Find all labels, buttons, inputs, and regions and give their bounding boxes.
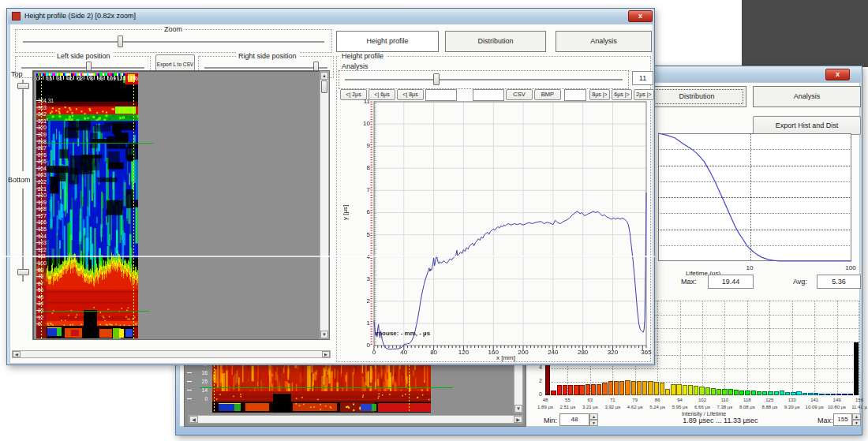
front-hscroll-right-icon[interactable]: ▶ xyxy=(322,351,330,357)
min-spin-down-icon[interactable]: ▼ xyxy=(589,420,598,426)
back-vscroll-down-icon[interactable]: ▼ xyxy=(514,405,522,413)
histogram-bar xyxy=(751,391,756,395)
zoom-slider[interactable] xyxy=(23,41,324,43)
min-spin-up-icon[interactable]: ▲ xyxy=(589,413,598,420)
histogram-intensity-tick: 79 xyxy=(624,398,646,402)
histogram-bar xyxy=(591,384,596,395)
heatmap-vscroll-up-icon[interactable]: ▲ xyxy=(320,72,328,80)
histogram-bar xyxy=(688,385,693,395)
bottom-slider[interactable] xyxy=(22,189,24,282)
histogram-bar xyxy=(586,384,590,395)
y-tick-label: 1 xyxy=(354,320,370,327)
back-hscroll-left-icon[interactable]: ◀ xyxy=(189,416,198,423)
heatmap-canvas[interactable] xyxy=(36,73,138,338)
max2-spinner[interactable]: ▲ ▼ xyxy=(852,413,861,426)
heatmap-left-tick-label: 210 xyxy=(38,192,47,198)
histogram-lifetime-tick: 11.41 µ xyxy=(847,405,868,409)
tab-distribution-back[interactable]: Distribution xyxy=(647,86,746,107)
histogram-bar xyxy=(579,385,584,395)
top-slider[interactable] xyxy=(22,80,24,171)
histogram-bar xyxy=(831,394,836,395)
max2-spinbox[interactable]: 155 xyxy=(833,413,852,426)
histogram-intensity-tick: 156 xyxy=(848,398,868,402)
x-tick-label: 40 xyxy=(392,349,416,356)
avg-value-box[interactable]: 5.36 xyxy=(817,275,861,289)
heatmap-left-tick-label: 144 xyxy=(38,234,47,239)
histogram-bar xyxy=(568,385,573,395)
heatmap-left-tick-label: 45 xyxy=(38,294,43,300)
min-spinbox[interactable]: 48 xyxy=(559,413,589,426)
x-tick-label: 160 xyxy=(481,349,505,356)
back-heatmap-tick-label: 36 xyxy=(193,370,208,376)
heatmap-left-tick-label: 221 xyxy=(38,186,47,192)
heatmap-left-tick-label: 89 xyxy=(38,267,43,273)
histogram-intensity-tick: 118 xyxy=(736,398,758,402)
heatmap-left-tick-label: 265 xyxy=(38,159,47,164)
heatmap-top-tick-label: 31 xyxy=(57,76,62,81)
y-tick-label: 7 xyxy=(354,186,370,193)
analysis-slider-thumb[interactable] xyxy=(433,73,440,85)
lifetime-distribution-curve xyxy=(658,133,851,262)
max2-spin-down-icon[interactable]: ▼ xyxy=(852,420,861,426)
back-hscroll-right-icon[interactable]: ▶ xyxy=(514,416,522,423)
front-close-button[interactable]: x xyxy=(628,10,653,22)
analysis-slider[interactable] xyxy=(345,79,623,80)
heatmap-top-tick-label: 46 xyxy=(67,76,73,81)
heatmap-vscroll-down-icon[interactable]: ▼ xyxy=(320,331,328,338)
histogram-bar xyxy=(574,385,578,395)
histogram-bar xyxy=(842,394,847,395)
export-hist-dist-button[interactable]: Export Hist and Dist xyxy=(753,116,861,135)
histogram-lifetime-tick: 9.39 µs xyxy=(780,405,805,409)
histogram-intensity-tick: 71 xyxy=(601,398,623,402)
back-heatmap-tick xyxy=(187,390,192,391)
max-value-box[interactable]: 19.44 xyxy=(708,275,754,289)
heatmap-left-tick-label: 100 xyxy=(38,260,47,266)
front-hscrollbar[interactable]: ◀ ▶ xyxy=(12,350,331,358)
front-window-title: Height profile (Side 2) [0.82x zoom] xyxy=(24,12,136,20)
tab-analysis-back[interactable]: Analysis xyxy=(753,86,861,107)
bottom-slider-thumb[interactable] xyxy=(17,269,29,275)
tab-height-profile[interactable]: Height profile xyxy=(336,31,439,52)
histogram-lifetime-tick: 5.24 µs xyxy=(645,405,670,409)
back-heatmap-tick xyxy=(187,398,192,399)
zoom-slider-thumb[interactable] xyxy=(118,36,123,47)
heatmap-left-tick-label: 56 xyxy=(38,287,43,293)
histogram-xlabel: Intensity / Lifetime xyxy=(653,411,755,417)
min-spinner[interactable]: ▲ ▼ xyxy=(589,413,598,426)
histogram-bar xyxy=(614,381,619,396)
histogram-intensity-tick: 125 xyxy=(758,398,780,402)
height-profile-chart[interactable] xyxy=(366,95,655,359)
histogram-bar xyxy=(563,385,567,395)
heatmap-vscroll-thumb[interactable] xyxy=(321,80,327,93)
histogram-bar xyxy=(762,391,767,395)
right-position-slider[interactable] xyxy=(204,67,327,69)
lifetime-xtick-100: 100 xyxy=(839,264,862,271)
histogram-bar xyxy=(597,384,601,395)
heatmap-top-tick-label: 156 xyxy=(129,76,138,81)
heatmap-left-tick-label: 166 xyxy=(38,219,47,225)
heatmap-vscrollbar[interactable]: ▲ ▼ xyxy=(320,71,329,339)
histogram-lifetime-tick: 10.80 µs xyxy=(825,405,850,409)
avg-label: Avg: xyxy=(793,278,807,286)
histogram-y-tick: 2 xyxy=(533,378,542,383)
heatmap-left-tick-label: 331 xyxy=(38,118,47,124)
screen: x Distribution Analysis Export Hist and … xyxy=(0,0,868,441)
x-tick-label: 0 xyxy=(362,349,386,356)
histogram-bar xyxy=(637,381,642,396)
front-hscroll-left-icon[interactable]: ◀ xyxy=(13,351,21,357)
heatmap-left-tick-label: 188 xyxy=(38,206,47,211)
x-tick-label: 365 xyxy=(634,349,658,356)
analysis-value-box[interactable]: 11 xyxy=(632,71,653,85)
max2-spin-up-icon[interactable]: ▲ xyxy=(852,413,861,420)
top-slider-thumb[interactable] xyxy=(17,83,29,89)
back-close-button[interactable]: x xyxy=(825,69,850,80)
histogram-bar xyxy=(836,394,841,395)
left-position-slider[interactable] xyxy=(21,67,144,69)
y-tick-label: 3 xyxy=(354,275,370,282)
x-tick-label: 320 xyxy=(600,349,624,356)
tab-distribution[interactable]: Distribution xyxy=(445,31,546,52)
histogram-bar xyxy=(734,390,739,395)
histogram-bar xyxy=(699,387,704,395)
back-hscrollbar[interactable]: ◀ ▶ xyxy=(189,415,523,424)
tab-analysis[interactable]: Analysis xyxy=(556,31,652,52)
